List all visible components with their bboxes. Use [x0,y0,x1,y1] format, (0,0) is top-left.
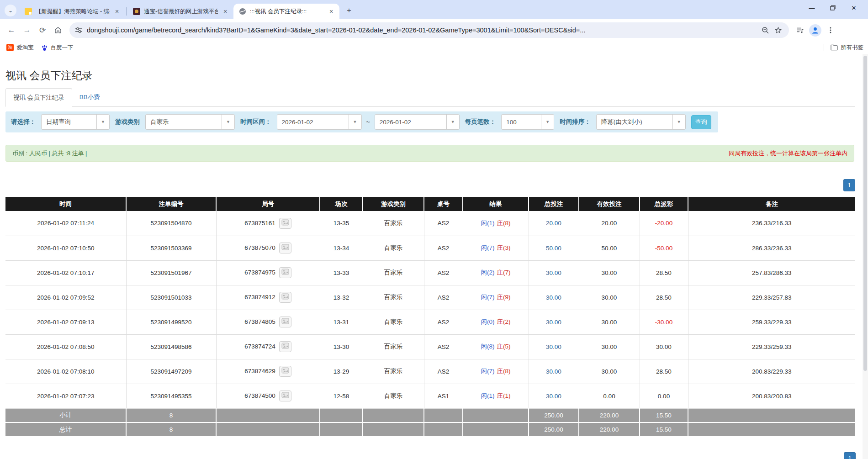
date-start-value: 2026-01-02 [277,119,349,126]
cell-payout: 28.50 [640,359,688,384]
taobao-icon: 淘 [6,44,14,51]
mode-value: 日期查询 [42,118,96,126]
replay-icon[interactable] [279,390,291,401]
cell-total-bet[interactable]: 30.00 [529,384,579,408]
cell-bet-id: 523091499520 [126,310,216,334]
date-end-select[interactable]: 2026-01-02 ▼ [375,114,460,130]
cell-total-bet[interactable]: 30.00 [529,359,579,384]
game-type-value: 百家乐 [146,118,222,126]
sort-select[interactable]: 降冪(由大到小) ▼ [596,114,686,130]
cell-result: 闲(7)庄(3) [463,236,529,260]
media-controls-icon[interactable] [794,24,806,37]
game-type-select[interactable]: 百家乐 ▼ [145,114,235,130]
all-bookmarks-button[interactable]: 所有书签 [827,42,867,53]
forward-icon[interactable]: → [19,22,35,38]
subtotal-row-cell [463,408,529,422]
page-1-button[interactable]: 1 [843,179,855,191]
close-icon[interactable]: ✕ [328,8,335,15]
zoom-out-icon[interactable] [759,24,772,37]
tab-search-button[interactable]: ⌄ [5,5,16,16]
column-header: 总派彩 [640,197,688,211]
search-button[interactable]: 查询 [691,115,711,129]
result-banker: 庄(9) [497,294,511,301]
page-size-label: 每页笔数： [465,118,496,126]
replay-icon[interactable] [279,341,291,352]
url-bar[interactable]: dongshouji.com/game/betrecord_search/kin… [69,22,789,38]
page-size-select[interactable]: 100 ▼ [501,114,554,130]
baidu-paw-icon [41,44,48,51]
cell-total-bet[interactable]: 50.00 [529,236,579,260]
filter-bar: 请选择： 日期查询 ▼ 游戏类别 百家乐 ▼ 时间区间： 2026-01-02 … [5,111,718,132]
scrollbar-thumb[interactable] [863,56,867,371]
date-start-select[interactable]: 2026-01-02 ▼ [277,114,362,130]
browser-tab-1[interactable]: 【新提醒】海燕策略论坛 - 综合 ✕ [19,4,125,19]
reload-icon[interactable]: ⟳ [35,22,50,38]
menu-icon[interactable] [824,24,837,37]
cell-total-bet[interactable]: 30.00 [529,334,579,359]
cell-note: 200.83/229.33 [688,359,855,384]
replay-icon[interactable] [279,243,291,253]
minimize-icon[interactable]: — [801,0,822,16]
mode-select[interactable]: 日期查询 ▼ [41,114,110,130]
cell-total-bet[interactable]: 30.00 [529,310,579,334]
profile-avatar[interactable] [809,24,821,37]
total-row-cell: 8 [126,422,216,437]
table-row: 2026-01-02 07:10:17523091501967673874975… [5,260,855,285]
maximize-icon[interactable] [822,0,843,16]
table-row: 2026-01-02 07:08:10523091497209673874629… [5,359,855,384]
chevron-down-icon: ▼ [96,115,109,129]
tab-bb-tips[interactable]: BB小费 [72,88,107,106]
browser-tab-2[interactable]: 通宝-信誉最好的网上游戏平台 ✕ [127,4,233,19]
bet-table-body: 2026-01-02 07:11:24523091504870673875161… [5,211,855,408]
cell-total-bet[interactable]: 30.00 [529,260,579,285]
globe-icon [239,8,246,15]
column-header: 备注 [688,197,855,211]
cell-game-type: 百家乐 [363,236,424,260]
bet-records-table: 时间注单编号局号场次游戏类别桌号结果总投注有效投注总派彩备注 2026-01-0… [5,197,855,437]
cell-bet-id: 523091503369 [126,236,216,260]
document-icon [25,8,32,15]
total-row-cell [363,422,424,437]
column-header: 局号 [216,197,320,211]
cell-round: 673874500 [216,384,320,408]
close-icon[interactable]: ✕ [222,8,229,15]
replay-icon[interactable] [279,218,291,229]
replay-icon[interactable] [279,366,291,377]
cell-payout: -20.00 [640,211,688,236]
note-warning: 同局有效投注，统一计算在该局第一张注单内 [729,149,847,158]
cell-total-bet[interactable]: 20.00 [529,211,579,236]
table-row: 2026-01-02 07:09:13523091499520673874805… [5,310,855,334]
result-player: 闲(8) [481,343,495,350]
table-row: 2026-01-02 07:08:50523091498586673874724… [5,334,855,359]
page-1-button[interactable]: 1 [844,452,856,459]
cell-valid-bet: 0.00 [579,384,640,408]
mode-label: 请选择： [11,118,36,126]
close-window-icon[interactable]: ✕ [843,0,864,16]
new-tab-button[interactable]: + [343,5,355,16]
chevron-down-icon: ▼ [222,115,234,129]
home-icon[interactable] [50,22,66,38]
back-icon[interactable]: ← [4,22,19,38]
cell-time: 2026-01-02 07:10:50 [5,236,126,260]
result-player: 闲(1) [481,220,495,227]
replay-icon[interactable] [279,292,291,303]
browser-tab-active[interactable]: :::视讯 会员下注纪录::: ✕ [233,4,339,19]
bookmark-taobao[interactable]: 淘 爱淘宝 [3,42,37,53]
cell-valid-bet: 30.00 [579,310,640,334]
scrollbar[interactable] [863,54,868,459]
bookmark-star-icon[interactable] [772,24,784,37]
site-settings-icon[interactable] [75,26,82,34]
cell-result: 闲(1)庄(8) [463,211,529,236]
cell-valid-bet: 30.00 [579,334,640,359]
tab-bet-records[interactable]: 视讯 会员下注纪录 [5,88,72,107]
chevron-down-icon: ▼ [446,115,459,129]
replay-icon[interactable] [279,267,291,278]
close-icon[interactable]: ✕ [113,8,121,15]
cell-bet-id: 523091501033 [126,285,216,310]
column-header: 时间 [5,197,126,211]
cell-table-no: AS2 [424,260,463,285]
bookmark-baidu[interactable]: 百度一下 [37,42,77,53]
replay-icon[interactable] [279,317,291,327]
result-player: 闲(7) [481,294,495,301]
cell-total-bet[interactable]: 30.00 [529,285,579,310]
